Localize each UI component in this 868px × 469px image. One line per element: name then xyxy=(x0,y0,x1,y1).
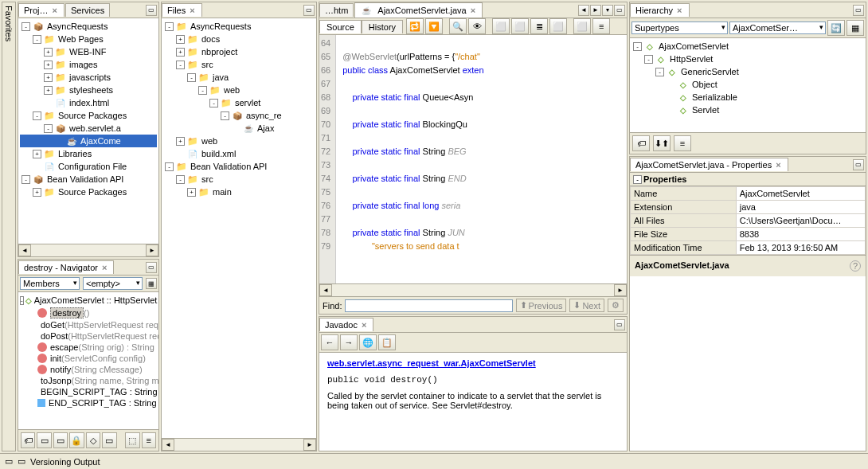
tree-item[interactable]: -src xyxy=(163,58,315,71)
nav-btn-icon[interactable]: ⬚ xyxy=(125,432,139,448)
files-tree[interactable]: -AsyncRequests+docs+nbproject-src-java-w… xyxy=(162,18,316,438)
nav-btn-icon[interactable]: ▭ xyxy=(53,432,68,448)
close-icon[interactable]: × xyxy=(360,320,368,330)
nav-member[interactable]: BEGIN_SCRIPT_TAG : String xyxy=(20,386,157,397)
tab-properties[interactable]: AjaxCometServlet.java - Properties× xyxy=(630,158,788,171)
nav-btn-icon[interactable]: ▭ xyxy=(102,432,116,448)
versioning-icon[interactable]: ▭ xyxy=(18,456,25,467)
members-combo[interactable]: Members xyxy=(20,277,80,290)
browser-icon[interactable]: 🌐 xyxy=(359,334,377,350)
minimize-icon[interactable]: ▭ xyxy=(853,159,864,170)
tree-item[interactable]: build.xml xyxy=(163,147,315,160)
tree-item[interactable]: +docs xyxy=(163,33,315,45)
tree-item[interactable]: +web xyxy=(163,135,315,147)
tree-item[interactable]: -web xyxy=(163,84,315,96)
tree-item[interactable]: ☕AjaxCome xyxy=(20,135,157,147)
tab-javadoc[interactable]: Javadoc× xyxy=(319,318,373,331)
tree-item[interactable]: -servlet xyxy=(163,96,315,109)
toolbar-icon[interactable]: ⬜ xyxy=(511,18,529,34)
javadoc-class-link[interactable]: web.servlet.async_request_war.AjaxCometS… xyxy=(327,358,536,368)
minimize-icon[interactable]: ▭ xyxy=(853,5,864,16)
tree-item[interactable]: -Bean Validation API xyxy=(163,160,315,173)
close-icon[interactable]: × xyxy=(100,263,108,272)
class-combo[interactable]: AjaxCometSer… xyxy=(729,21,826,34)
toolbar-icon[interactable]: ≣ xyxy=(530,18,548,34)
tab-hierarchy[interactable]: Hierarchy× xyxy=(630,3,690,17)
nav-member[interactable]: toJsonp(String name, String message) : S… xyxy=(20,375,157,386)
nav-member[interactable]: notify(String cMessage) xyxy=(20,364,157,375)
hierarchy-tree[interactable]: -AjaxCometServlet-HttpServlet-GenericSer… xyxy=(630,38,866,132)
scroll-left-icon[interactable]: ◄ xyxy=(319,284,332,296)
nav-btn-icon[interactable]: 🔒 xyxy=(69,432,84,448)
next-tab-icon[interactable]: ► xyxy=(590,5,601,16)
maximize-icon[interactable]: ▭ xyxy=(614,5,625,16)
tree-item[interactable]: -Source Packages xyxy=(20,109,157,122)
find-next-button[interactable]: ⬇ Next xyxy=(569,299,604,312)
tree-item[interactable]: +main xyxy=(163,186,315,198)
tree-item[interactable]: -async_re xyxy=(163,109,315,122)
tree-item[interactable]: +images xyxy=(20,58,157,71)
tree-item[interactable]: +Libraries xyxy=(20,147,157,160)
nav-root[interactable]: -AjaxCometServlet :: HttpServlet xyxy=(20,294,157,307)
minimize-icon[interactable]: ▭ xyxy=(614,319,625,330)
versioning-output-label[interactable]: Versioning Output xyxy=(30,457,100,467)
navigator-tree[interactable]: -AjaxCometServlet :: HttpServletdestroy(… xyxy=(18,292,158,429)
tree-item[interactable]: -GenericServlet xyxy=(631,65,864,78)
tree-item[interactable]: Servlet xyxy=(631,104,864,116)
toolbar-icon[interactable]: 👁 xyxy=(468,18,486,34)
tab-files[interactable]: Files× xyxy=(162,3,202,17)
code-editor[interactable]: @WebServlet(urlPatterns = {"/chat"public… xyxy=(336,35,627,283)
scroll-right-icon[interactable]: ► xyxy=(614,284,627,296)
tree-item[interactable]: +javascripts xyxy=(20,71,157,84)
collapse-icon[interactable]: - xyxy=(633,175,642,184)
toolbar-icon[interactable]: 🔽 xyxy=(425,18,443,34)
nav-member[interactable]: END_SCRIPT_TAG : String xyxy=(20,397,157,408)
tree-item[interactable]: Configuration File xyxy=(20,160,157,173)
forward-icon[interactable]: → xyxy=(340,334,358,350)
scroll-right-icon[interactable]: ► xyxy=(146,244,158,256)
tab-navigator[interactable]: destroy - Navigator× xyxy=(18,260,114,274)
scroll-right-icon[interactable]: ► xyxy=(303,439,316,451)
find-input[interactable] xyxy=(345,299,512,312)
nav-btn-icon[interactable]: ≡ xyxy=(142,432,156,448)
empty-combo[interactable]: <empty> xyxy=(83,277,143,290)
back-icon[interactable]: ← xyxy=(321,334,338,350)
nav-member[interactable]: doPost(HttpServletRequest req, HttpServl… xyxy=(20,330,157,342)
output-icon[interactable]: ▭ xyxy=(5,456,13,467)
nav-member[interactable]: escape(String orig) : String xyxy=(20,342,157,353)
property-row[interactable]: Extensionjava xyxy=(631,201,866,214)
nav-filter-icon[interactable]: 🏷 xyxy=(21,432,35,448)
hier-btn-icon[interactable]: ⬇⬆ xyxy=(653,135,671,151)
tree-item[interactable]: -AsyncRequests xyxy=(20,20,157,33)
tab-ajaxcomet-java[interactable]: ☕AjaxCometServlet.java× xyxy=(354,2,483,18)
projects-tree[interactable]: -AsyncRequests-Web Pages+WEB-INF+images+… xyxy=(18,18,158,244)
property-row[interactable]: NameAjaxCometServlet xyxy=(631,187,866,201)
tree-item[interactable]: -AjaxCometServlet xyxy=(631,40,864,53)
nav-member[interactable]: doGet(HttpServletRequest req, HttpServle… xyxy=(20,319,157,330)
tab-services[interactable]: Services xyxy=(65,3,110,17)
source-view-button[interactable]: Source xyxy=(319,20,362,33)
close-icon[interactable]: × xyxy=(774,160,782,170)
nav-member[interactable]: destroy() xyxy=(20,307,157,319)
toolbar-icon[interactable]: ⬜ xyxy=(492,18,510,34)
property-row[interactable]: File Size8838 xyxy=(631,228,866,241)
prev-tab-icon[interactable]: ◄ xyxy=(578,5,589,16)
filter-icon[interactable]: ▦ xyxy=(146,278,157,289)
property-row[interactable]: Modification TimeFeb 13, 2013 9:16:50 AM xyxy=(631,241,866,255)
supertypes-combo[interactable]: Supertypes xyxy=(631,21,728,34)
toolbar-icon[interactable]: 🔍 xyxy=(449,18,467,34)
find-options-icon[interactable]: ⚙ xyxy=(608,299,624,312)
nav-btn-icon[interactable]: ◇ xyxy=(86,432,100,448)
tree-item[interactable]: ☕Ajax xyxy=(163,122,315,135)
find-prev-button[interactable]: ⬆ Previous xyxy=(516,299,567,312)
close-icon[interactable]: × xyxy=(469,6,477,15)
toolbar-icon[interactable]: ⬜ xyxy=(549,18,567,34)
close-icon[interactable]: × xyxy=(51,6,59,15)
tree-item[interactable]: index.html xyxy=(20,96,157,109)
tree-item[interactable]: -web.servlet.a xyxy=(20,122,157,135)
source-icon[interactable]: 📋 xyxy=(378,334,396,350)
hier-btn-icon[interactable]: 🏷 xyxy=(632,135,650,151)
tree-item[interactable]: Serializable xyxy=(631,91,864,104)
toolbar-icon[interactable]: ⬜ xyxy=(573,18,591,34)
toolbar-icon[interactable]: 🔁 xyxy=(406,18,424,34)
